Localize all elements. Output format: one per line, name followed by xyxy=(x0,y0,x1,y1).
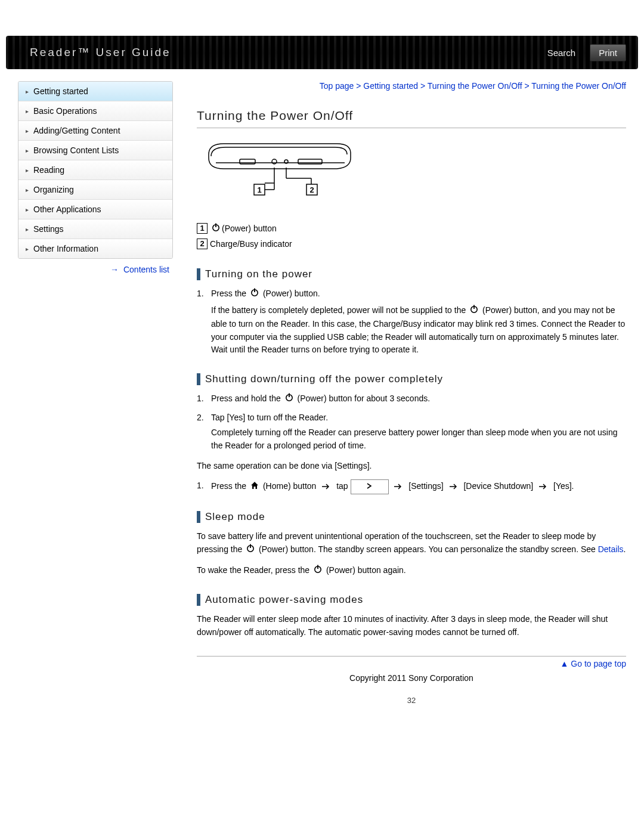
section-heading-auto-power: Automatic power-saving modes xyxy=(197,594,626,606)
svg-text:1: 1 xyxy=(257,185,261,194)
sleep-p1: To save battery life and prevent uninten… xyxy=(197,530,626,556)
arrow-right-icon xyxy=(394,481,402,493)
page-title: Turning the Power On/Off xyxy=(197,109,626,128)
power-icon xyxy=(469,304,479,318)
svg-text:2: 2 xyxy=(309,185,314,194)
note-text: If the battery is completely depleted, p… xyxy=(211,305,468,315)
search-label: Search xyxy=(547,48,576,58)
page-number: 32 xyxy=(197,696,626,705)
section-heading-sleep-mode: Sleep mode xyxy=(197,511,626,523)
arrow-up-icon: ▲ xyxy=(561,659,571,668)
svg-rect-4 xyxy=(298,159,322,164)
chevron-right-icon: ▸ xyxy=(26,147,29,154)
arrow-right-icon xyxy=(322,481,330,493)
sidebar-item-other-info[interactable]: ▸ Other Information xyxy=(18,239,172,258)
chevron-right-icon: ▸ xyxy=(26,167,29,174)
callout-2-text: Charge/Busy indicator xyxy=(210,239,292,249)
chevron-right-icon: ▸ xyxy=(26,226,29,233)
chevron-right-icon: ▸ xyxy=(26,206,29,213)
sidebar-item-basic-operations[interactable]: ▸ Basic Operations xyxy=(18,101,172,121)
via-settings-text: The same operation can be done via [Sett… xyxy=(197,460,626,473)
sidebar-item-label: Browsing Content Lists xyxy=(33,145,119,155)
breadcrumb-current: Turning the Power On/Off xyxy=(531,81,626,91)
details-link[interactable]: Details xyxy=(598,544,624,554)
breadcrumb-sep: > xyxy=(420,81,428,91)
chevron-right-icon: ▸ xyxy=(26,108,29,114)
sidebar-item-reading[interactable]: ▸ Reading xyxy=(18,160,172,180)
step-text: Tap [Yes] to turn off the Reader. xyxy=(211,413,328,422)
go-to-top-link[interactable]: ▲ Go to page top xyxy=(561,659,626,668)
sidebar-item-organizing[interactable]: ▸ Organizing xyxy=(18,180,172,200)
device-illustration: 1 2 xyxy=(197,137,626,208)
menu-button-icon xyxy=(351,479,389,494)
nav-list: ▸ Getting started ▸ Basic Operations ▸ A… xyxy=(18,81,173,259)
sidebar-item-getting-started[interactable]: ▸ Getting started xyxy=(18,82,172,101)
step-note: Completely turning off the Reader can pr… xyxy=(211,426,626,452)
breadcrumb-sep: > xyxy=(524,81,531,91)
callout-1-text: (Power) button xyxy=(222,224,277,233)
svg-point-2 xyxy=(272,159,277,164)
callout-2: 2 Charge/Busy indicator xyxy=(197,239,292,249)
arrow-right-icon xyxy=(539,481,547,493)
step-item: 2. Tap [Yes] to turn off the Reader. Com… xyxy=(197,411,626,452)
sidebar-item-label: Reading xyxy=(33,165,64,175)
callout-number-1: 1 xyxy=(197,223,208,234)
breadcrumb: Top page > Getting started > Turning the… xyxy=(197,81,626,91)
seq-text: (Home) button xyxy=(263,482,316,491)
chevron-right-icon: ▸ xyxy=(26,187,29,193)
contents-list-link[interactable]: Contents list xyxy=(123,265,169,274)
section-heading-shutting-down: Shutting down/turning off the power comp… xyxy=(197,373,626,385)
breadcrumb-sep: > xyxy=(356,81,363,91)
section-heading-turning-on: Turning on the power xyxy=(197,268,626,280)
step-text: Press the xyxy=(211,289,249,298)
sidebar-item-settings[interactable]: ▸ Settings xyxy=(18,219,172,239)
step-item: 1. Press the (Power) button. If the batt… xyxy=(197,287,626,357)
chevron-right-icon: ▸ xyxy=(26,246,29,252)
step-text: Press and hold the xyxy=(211,394,283,403)
step-item: 1. Press and hold the (Power) button for… xyxy=(197,392,626,405)
seq-text: [Yes]. xyxy=(553,482,574,491)
auto-p: The Reader will enter sleep mode after 1… xyxy=(197,613,626,639)
breadcrumb-link[interactable]: Turning the Power On/Off xyxy=(428,81,522,91)
power-icon xyxy=(211,222,221,234)
sidebar-item-browsing[interactable]: ▸ Browsing Content Lists xyxy=(18,141,172,160)
callout-number-2: 2 xyxy=(197,239,208,249)
power-icon xyxy=(250,287,259,301)
print-button[interactable]: Print xyxy=(590,44,626,61)
step-text: (Power) button. xyxy=(263,289,320,298)
sidebar-item-label: Basic Operations xyxy=(33,106,97,116)
sidebar-item-label: Other Information xyxy=(33,244,98,253)
svg-rect-1 xyxy=(240,159,255,164)
seq-text: Press the xyxy=(211,482,249,491)
chevron-right-icon: ▸ xyxy=(26,88,29,95)
copyright-text: Copyright 2011 Sony Corporation xyxy=(197,673,626,683)
step-text: (Power) button for about 3 seconds. xyxy=(298,394,431,403)
header-bar: Reader™ User Guide Search Print xyxy=(6,36,638,69)
sleep-p2: To wake the Reader, press the (Power) bu… xyxy=(197,564,626,578)
power-icon xyxy=(313,564,323,578)
power-icon xyxy=(246,543,255,557)
callout-1: 1 (Power) button xyxy=(197,222,277,234)
home-icon xyxy=(250,481,259,494)
sidebar-item-other-apps[interactable]: ▸ Other Applications xyxy=(18,200,172,219)
arrow-right-icon: → xyxy=(110,265,119,274)
app-title: Reader™ User Guide xyxy=(30,46,171,59)
sidebar-item-label: Adding/Getting Content xyxy=(33,126,120,135)
main-content: Top page > Getting started > Turning the… xyxy=(173,81,626,705)
seq-text: [Device Shutdown] xyxy=(463,482,533,491)
power-icon xyxy=(284,392,294,405)
seq-text: [Settings] xyxy=(408,482,443,491)
sidebar-item-label: Getting started xyxy=(33,86,88,96)
breadcrumb-link[interactable]: Top page xyxy=(320,81,354,91)
arrow-right-icon xyxy=(450,481,458,493)
sidebar-item-label: Other Applications xyxy=(33,205,101,214)
chevron-right-icon: ▸ xyxy=(26,128,29,134)
sidebar-item-label: Settings xyxy=(33,224,64,234)
sidebar-item-label: Organizing xyxy=(33,185,74,194)
sidebar: ▸ Getting started ▸ Basic Operations ▸ A… xyxy=(18,81,173,705)
seq-text: tap xyxy=(336,482,348,491)
step-item: 1. Press the (Home) button tap [Settings… xyxy=(197,479,626,494)
sidebar-item-adding-content[interactable]: ▸ Adding/Getting Content xyxy=(18,121,172,141)
breadcrumb-link[interactable]: Getting started xyxy=(363,81,418,91)
